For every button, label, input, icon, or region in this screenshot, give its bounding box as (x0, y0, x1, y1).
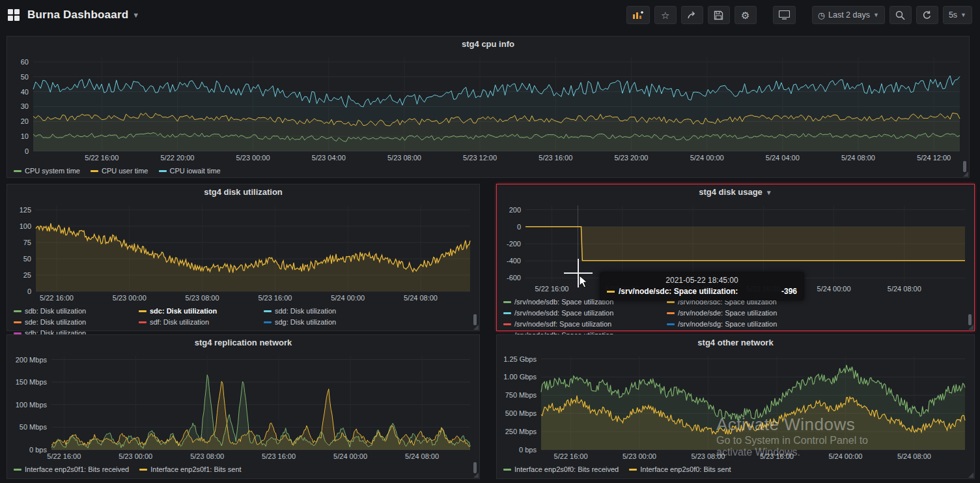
legend-series-label: CPU user time (102, 166, 148, 177)
refresh-icon (922, 10, 932, 20)
add-panel-button[interactable] (626, 6, 650, 24)
legend-item[interactable]: Interface enp2s0f1: Bits sent (139, 464, 241, 475)
svg-text:0 bps: 0 bps (519, 446, 537, 454)
legend-item[interactable]: Interface enp2s0f1: Bits received (14, 464, 129, 475)
legend-item[interactable]: CPU user time (91, 166, 148, 177)
share-dashboard-button[interactable] (681, 6, 703, 24)
panel-stg4-disk-utilization: stg4 disk utilization 02550751001255/22 … (7, 184, 480, 331)
svg-text:100: 100 (20, 222, 31, 230)
legend-item[interactable]: Interface enp2s0f0: Bits sent (629, 464, 731, 475)
svg-text:25: 25 (23, 271, 31, 279)
svg-text:5/24 00:00: 5/24 00:00 (331, 294, 365, 302)
svg-text:1.25 Gbps: 1.25 Gbps (503, 355, 537, 363)
legend-item[interactable]: sdg: Disk utilization (264, 317, 378, 328)
legend-series-color-icon (139, 469, 147, 471)
legend-series-color-icon (264, 310, 272, 312)
legend-item[interactable]: CPU system time (14, 166, 80, 177)
panel-resize-handle[interactable] (473, 325, 479, 330)
legend-item[interactable]: sdf: Disk utilization (139, 317, 253, 328)
legend-series-color-icon (264, 321, 272, 323)
star-dashboard-button[interactable]: ☆ (654, 6, 677, 24)
legend-series-label: Interface enp2s0f0: Bits received (514, 464, 619, 475)
legend-series-color-icon (503, 323, 511, 325)
monitor-icon (779, 10, 790, 20)
legend-item[interactable]: /srv/node/sde: Space utilization (667, 308, 820, 319)
svg-text:20: 20 (21, 117, 29, 125)
refresh-interval-picker[interactable]: 5s ▼ (943, 6, 972, 24)
svg-text:-200: -200 (507, 240, 521, 248)
svg-text:5/22 16:00: 5/22 16:00 (40, 294, 74, 302)
svg-text:200 Mbps: 200 Mbps (16, 356, 48, 364)
crosshair-horizontal (564, 272, 593, 274)
svg-text:5/24 08:00: 5/24 08:00 (404, 294, 438, 302)
legend-item[interactable]: sdd: Disk utilization (264, 306, 378, 317)
legend-series-label: /srv/node/sdd: Space utilization (514, 308, 613, 319)
svg-text:10: 10 (21, 132, 29, 140)
svg-text:5/24 00:00: 5/24 00:00 (690, 154, 724, 162)
svg-text:0 bps: 0 bps (29, 446, 47, 454)
time-range-picker[interactable]: ◷ Last 2 days ▼ (812, 6, 885, 24)
save-icon (714, 10, 723, 20)
tooltip-timestamp: 2021-05-22 18:45:00 (607, 276, 797, 285)
panel-title[interactable]: stg4 cpu info (7, 37, 969, 52)
panel-title[interactable]: stg4 other network (497, 335, 974, 351)
svg-text:5/22 16:00: 5/22 16:00 (535, 285, 569, 293)
clock-icon: ◷ (818, 11, 825, 20)
svg-text:5/24 00:00: 5/24 00:00 (828, 452, 862, 460)
legend-scrollbar[interactable] (473, 314, 477, 325)
legend-series-label: CPU iowait time (170, 166, 221, 177)
zoom-out-button[interactable] (889, 6, 912, 24)
svg-text:5/23 08:00: 5/23 08:00 (186, 294, 219, 302)
legend-series-color-icon (667, 323, 675, 325)
legend-series-color-icon (14, 469, 21, 471)
legend-series-color-icon (503, 469, 511, 471)
disk-utilization-chart-canvas[interactable]: 02550751001255/22 16:005/23 00:005/23 08… (7, 200, 479, 304)
svg-text:5/23 08:00: 5/23 08:00 (190, 452, 224, 460)
refresh-button[interactable] (916, 6, 938, 24)
panel-resize-handle[interactable] (968, 325, 973, 330)
panel-title[interactable]: stg4 disk usage▼ (497, 184, 974, 200)
legend-item[interactable]: Interface enp2s0f0: Bits received (503, 464, 619, 475)
replication-network-chart-canvas[interactable]: 0 bps50 Mbps100 Mbps150 Mbps200 Mbps5/22… (7, 351, 479, 463)
svg-text:5/24 12:00: 5/24 12:00 (917, 154, 951, 162)
share-icon (687, 10, 697, 20)
panel-resize-handle[interactable] (968, 473, 973, 478)
save-dashboard-button[interactable] (708, 6, 730, 24)
svg-text:5/24 04:00: 5/24 04:00 (766, 154, 800, 162)
dashboard-settings-button[interactable]: ⚙ (735, 6, 757, 24)
svg-text:5/23 00:00: 5/23 00:00 (113, 294, 147, 302)
dashboard-title[interactable]: Burna Dashboaard (27, 8, 128, 22)
panel-title[interactable]: stg4 disk utilization (7, 184, 479, 200)
cpu-chart-canvas[interactable]: 01020304050605/22 16:005/22 20:005/23 00… (7, 52, 969, 164)
svg-text:250 Mbps: 250 Mbps (505, 428, 537, 435)
legend-item[interactable]: /srv/node/sdg: Space utilization (667, 319, 820, 330)
legend-item[interactable]: sde: Disk utilization (14, 317, 128, 328)
legend-scrollbar[interactable] (968, 314, 972, 325)
panel-menu-caret-icon[interactable]: ▼ (766, 189, 772, 196)
legend-item[interactable]: sdb: Disk utilization (14, 306, 128, 317)
legend-item[interactable]: sdc: Disk utilization (139, 306, 253, 317)
svg-text:5/24 08:00: 5/24 08:00 (897, 452, 931, 460)
legend-scrollbar[interactable] (963, 161, 966, 172)
other-network-chart-canvas[interactable]: 0 bps250 Mbps500 Mbps750 Mbps1.00 Gbps1.… (497, 351, 974, 463)
panel-title[interactable]: stg4 replication network (7, 335, 479, 351)
legend-item[interactable]: CPU iowait time (159, 166, 221, 177)
panel-resize-handle[interactable] (963, 171, 968, 177)
refresh-interval-label: 5s (949, 10, 957, 20)
legend-item[interactable]: /srv/node/sdd: Space utilization (503, 308, 656, 319)
time-range-label: Last 2 days (828, 10, 870, 20)
magnifier-icon (895, 10, 905, 20)
svg-text:60: 60 (21, 58, 29, 66)
legend-item[interactable]: /srv/node/sdf: Space utilization (503, 319, 656, 330)
tv-mode-button[interactable] (773, 6, 796, 24)
panel-resize-handle[interactable] (473, 473, 479, 478)
apps-grid-icon[interactable] (8, 9, 20, 21)
svg-text:0: 0 (25, 147, 29, 155)
svg-text:5/23 16:00: 5/23 16:00 (539, 154, 572, 162)
svg-text:5/23 00:00: 5/23 00:00 (623, 452, 656, 460)
legend-series-label: sdb: Disk utilization (25, 306, 86, 317)
svg-text:5/23 16:00: 5/23 16:00 (258, 294, 292, 302)
dashboard-title-caret-icon[interactable]: ▼ (132, 11, 139, 19)
legend-series-color-icon (139, 321, 147, 323)
legend-scrollbar[interactable] (473, 462, 477, 473)
